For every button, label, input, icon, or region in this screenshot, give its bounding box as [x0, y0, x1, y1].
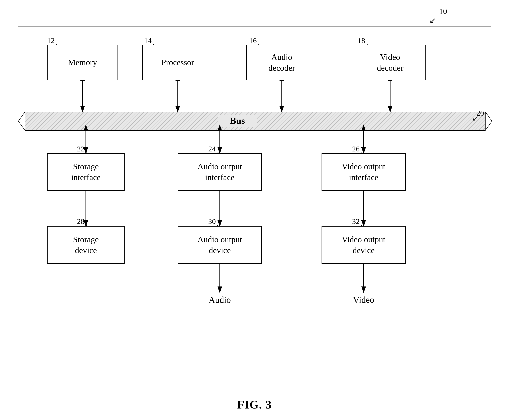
- ref-number-10: 10: [439, 7, 447, 16]
- ref-20-curl: ↙: [472, 114, 478, 122]
- audio-output-device-box: Audio output device: [178, 226, 262, 264]
- svg-rect-8: [217, 115, 257, 127]
- video-decoder-box: Video decoder: [355, 45, 425, 80]
- fig-caption: FIG. 3: [237, 398, 272, 411]
- processor-box: Processor: [142, 45, 213, 80]
- storage-interface-box: Storage interface: [47, 153, 125, 191]
- video-label: Video: [348, 295, 379, 305]
- video-output-device-box: Video output device: [322, 226, 406, 264]
- audio-label: Audio: [204, 295, 235, 305]
- svg-rect-3: [25, 112, 485, 130]
- ref-arrow-10: ↙: [429, 16, 436, 25]
- video-output-interface-box: Video output interface: [322, 153, 406, 191]
- memory-box: Memory: [47, 45, 118, 80]
- audio-decoder-box: Audio decoder: [246, 45, 317, 80]
- svg-marker-5: [485, 112, 492, 130]
- svg-marker-4: [18, 112, 25, 130]
- audio-output-interface-box: Audio output interface: [178, 153, 262, 191]
- svg-text:Bus: Bus: [230, 116, 245, 126]
- diagram-container: Bus 12 ↙ Memory 14 ↙ Pr: [18, 27, 491, 371]
- storage-device-box: Storage device: [47, 226, 125, 264]
